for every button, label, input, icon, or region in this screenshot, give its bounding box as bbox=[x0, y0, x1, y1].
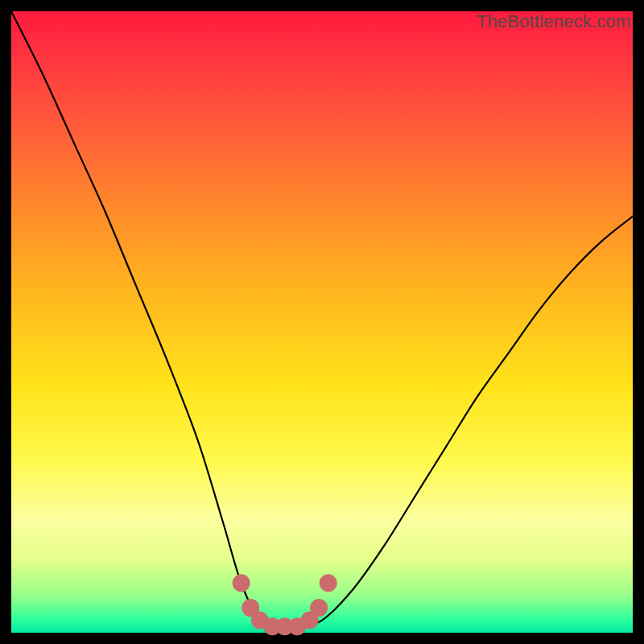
trough-marker bbox=[320, 574, 337, 592]
chart-frame: TheBottleneck.com bbox=[0, 0, 644, 644]
trough-markers bbox=[233, 574, 337, 635]
chart-svg bbox=[11, 11, 633, 633]
trough-marker bbox=[310, 599, 328, 617]
bottleneck-curve bbox=[11, 11, 633, 627]
trough-marker bbox=[233, 574, 250, 592]
watermark-text: TheBottleneck.com bbox=[477, 11, 631, 32]
